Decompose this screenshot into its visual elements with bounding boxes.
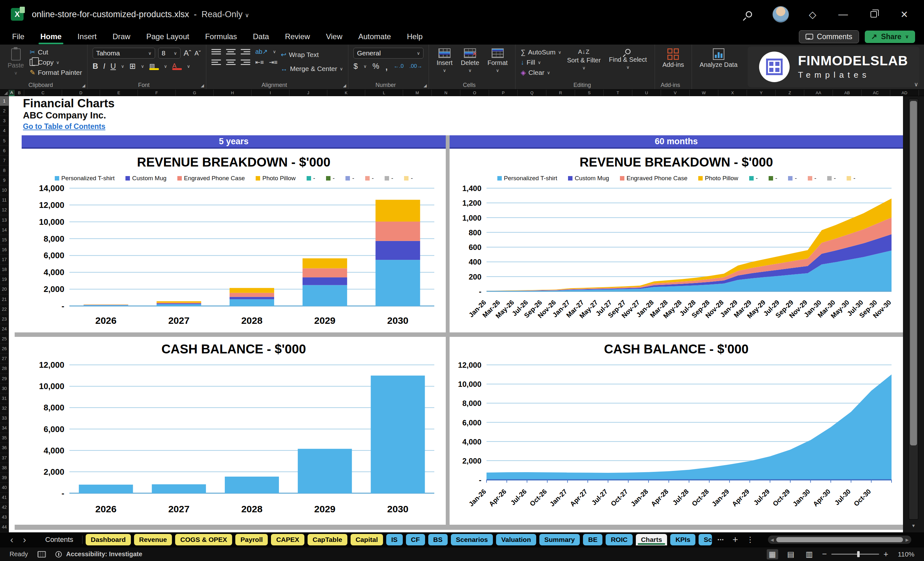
increase-decimal-button[interactable]: ←.0 xyxy=(394,63,404,69)
tab-overflow-icon[interactable]: ••• xyxy=(715,537,727,542)
menu-insert[interactable]: Insert xyxy=(77,31,97,42)
column-header-K[interactable]: K xyxy=(327,90,365,96)
row-header-30[interactable]: 30 xyxy=(0,384,9,393)
row-header-31[interactable]: 31 xyxy=(0,393,9,404)
sheet-tab-valuation[interactable]: Valuation xyxy=(496,534,536,545)
normal-view-icon[interactable]: ▦ xyxy=(767,549,778,560)
row-header-13[interactable]: 13 xyxy=(0,215,9,225)
new-sheet-button[interactable]: + xyxy=(730,534,741,545)
column-header-O[interactable]: O xyxy=(460,90,489,96)
row-header-32[interactable]: 32 xyxy=(0,404,9,413)
accessibility-icon[interactable] xyxy=(56,551,62,558)
comments-button[interactable]: Comments xyxy=(799,30,859,43)
sheet-tab-revenue[interactable]: Revenue xyxy=(134,534,172,545)
row-header-14[interactable]: 14 xyxy=(0,225,9,235)
row-header-15[interactable]: 15 xyxy=(0,235,9,245)
wrap-text-button[interactable]: ↩Wrap Text xyxy=(281,50,343,59)
sheet-tab-capex[interactable]: CAPEX xyxy=(271,534,304,545)
accounting-format-button[interactable]: $ xyxy=(353,62,358,70)
zoom-slider-thumb[interactable] xyxy=(857,551,860,557)
row-header-44[interactable]: 44 xyxy=(0,522,9,532)
column-header-AA[interactable]: AA xyxy=(804,90,833,96)
column-header-I[interactable]: I xyxy=(252,90,290,96)
account-avatar[interactable] xyxy=(772,6,789,22)
row-header-5[interactable]: 5 xyxy=(0,136,9,146)
vertical-scrollbar[interactable] xyxy=(909,99,918,520)
menu-review[interactable]: Review xyxy=(284,31,311,42)
search-icon[interactable] xyxy=(742,8,756,21)
column-header-N[interactable]: N xyxy=(432,90,460,96)
column-header-X[interactable]: X xyxy=(718,90,747,96)
sheet-tab-captable[interactable]: CapTable xyxy=(308,534,347,545)
column-header-F[interactable]: F xyxy=(138,90,176,96)
grow-font-button[interactable]: Aˆ xyxy=(184,49,191,58)
increase-indent-button[interactable]: ⇥≡ xyxy=(269,58,278,66)
row-header-25[interactable]: 25 xyxy=(0,334,9,344)
column-header-P[interactable]: P xyxy=(489,90,518,96)
row-header-28[interactable]: 28 xyxy=(0,364,9,374)
chart-revenue-5y[interactable]: REVENUE BREAKDOWN - $'000 Personalized T… xyxy=(22,150,446,332)
row-header-29[interactable]: 29 xyxy=(0,374,9,384)
share-button[interactable]: ↗ Share ∨ xyxy=(865,31,915,43)
sheet-tab-capital[interactable]: Capital xyxy=(351,534,383,545)
fill-button[interactable]: ↓Fill∨ xyxy=(520,58,561,67)
row-header-11[interactable]: 11 xyxy=(0,195,9,205)
close-button[interactable]: × xyxy=(897,8,911,21)
column-header-R[interactable]: R xyxy=(546,90,575,96)
font-size-select[interactable]: 8∨ xyxy=(158,48,180,58)
row-header-26[interactable]: 26 xyxy=(0,344,9,354)
page-layout-view-icon[interactable]: ▤ xyxy=(785,549,796,560)
column-header-Z[interactable]: Z xyxy=(776,90,804,96)
column-header-B[interactable]: B xyxy=(15,90,24,96)
row-header-39[interactable]: 39 xyxy=(0,473,9,483)
read-only-chevron-icon[interactable]: ∨ xyxy=(245,12,249,18)
scroll-left-icon[interactable]: ◀ xyxy=(771,537,774,542)
sheet-tab-kpis[interactable]: KPIs xyxy=(670,534,695,545)
row-header-17[interactable]: 17 xyxy=(0,255,9,265)
align-left-button[interactable] xyxy=(212,60,221,65)
sheet-tab-sc[interactable]: Sc xyxy=(699,534,712,545)
column-header-C[interactable]: C xyxy=(24,90,62,96)
column-header-Q[interactable]: Q xyxy=(518,90,546,96)
zoom-in-button[interactable]: + xyxy=(884,549,888,559)
zoom-out-button[interactable]: − xyxy=(822,549,827,559)
display-settings-icon[interactable] xyxy=(38,551,46,558)
italic-button[interactable]: I xyxy=(103,62,105,70)
sheet-tab-roic[interactable]: ROIC xyxy=(606,534,633,545)
menu-help[interactable]: Help xyxy=(406,31,423,42)
percent-style-button[interactable]: % xyxy=(372,62,379,70)
column-header-E[interactable]: E xyxy=(100,90,138,96)
column-header-G[interactable]: G xyxy=(176,90,214,96)
row-header-21[interactable]: 21 xyxy=(0,294,9,304)
sheet-tab-charts[interactable]: Charts xyxy=(636,534,668,545)
sheet-tab-cf[interactable]: CF xyxy=(406,534,425,545)
clipboard-dialog-launcher[interactable]: ◢ xyxy=(82,83,86,88)
column-header-J[interactable]: J xyxy=(290,90,327,96)
underline-button[interactable]: U xyxy=(111,62,116,70)
bottom-align-button[interactable] xyxy=(241,49,250,54)
column-header-W[interactable]: W xyxy=(690,90,718,96)
fill-color-button[interactable]: ▨ xyxy=(149,63,159,70)
merge-center-button[interactable]: ↔Merge & Center∨ xyxy=(281,64,343,73)
row-header-1[interactable]: 1 xyxy=(0,96,9,106)
menu-page-layout[interactable]: Page Layout xyxy=(146,31,190,42)
column-header-V[interactable]: V xyxy=(661,90,690,96)
middle-align-button[interactable] xyxy=(226,49,236,54)
vertical-scrollbar-thumb[interactable] xyxy=(910,101,917,446)
sheet-tab-bs[interactable]: BS xyxy=(428,534,448,545)
sheet-tab-dashboard[interactable]: Dashboard xyxy=(86,534,131,545)
collapse-ribbon-chevron-icon[interactable]: ∨ xyxy=(914,81,918,88)
horizontal-scrollbar[interactable]: ◀ ▶ xyxy=(768,536,911,544)
decrease-indent-button[interactable]: ⇤≡ xyxy=(255,58,264,66)
row-header-35[interactable]: 35 xyxy=(0,433,9,443)
row-header-37[interactable]: 37 xyxy=(0,453,9,463)
row-header-34[interactable]: 34 xyxy=(0,423,9,433)
row-header-6[interactable]: 6 xyxy=(0,146,9,156)
bold-button[interactable]: B xyxy=(93,62,98,70)
sheet-tab-scenarios[interactable]: Scenarios xyxy=(451,534,493,545)
horizontal-scrollbar-thumb[interactable] xyxy=(776,537,903,542)
column-header-M[interactable]: M xyxy=(403,90,432,96)
row-header-12[interactable]: 12 xyxy=(0,205,9,215)
paste-button[interactable]: Paste ∨ xyxy=(5,48,26,76)
font-dialog-launcher[interactable]: ◢ xyxy=(201,83,204,88)
